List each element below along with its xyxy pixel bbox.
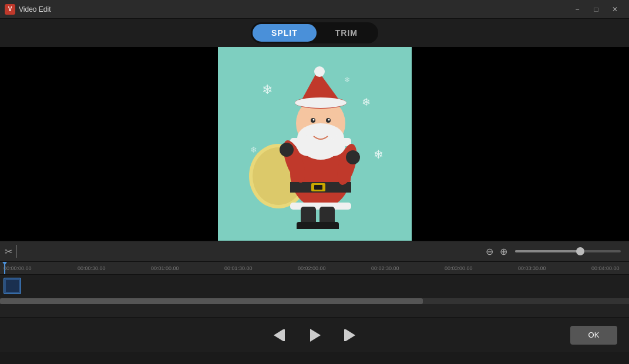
track-area <box>0 275 629 298</box>
svg-rect-40 <box>315 222 339 229</box>
ok-button[interactable]: OK <box>570 326 617 345</box>
scrollbar-track[interactable] <box>0 298 629 304</box>
svg-point-33 <box>280 143 294 157</box>
next-frame-button[interactable] <box>339 325 361 346</box>
svg-point-34 <box>346 150 360 164</box>
zoom-slider-thumb[interactable] <box>576 247 584 255</box>
track-clip[interactable] <box>4 278 21 294</box>
svg-point-22 <box>312 119 314 121</box>
svg-point-23 <box>328 119 329 121</box>
time-label-6: 00:03:00.00 <box>445 265 473 271</box>
next-frame-icon <box>344 329 355 341</box>
timeline-toolbar: ✂ ⊖ ⊕ <box>0 241 629 262</box>
time-label-3: 00:01:30.00 <box>224 265 253 271</box>
title-text: Video Edit <box>19 5 51 14</box>
play-button[interactable] <box>304 325 325 346</box>
controls-bar: OK <box>0 317 629 352</box>
video-frame: ❄ ❄ ❄ ❄ ❄ <box>218 47 412 241</box>
svg-text:❄: ❄ <box>344 76 350 84</box>
timeline-area: ✂ ⊖ ⊕ 00:00:00.00 00:00:30.00 00:01:00.0… <box>0 241 629 317</box>
zoom-slider-track[interactable] <box>515 250 621 252</box>
svg-point-30 <box>319 129 336 137</box>
prev-frame-button[interactable] <box>269 325 290 346</box>
svg-text:❄: ❄ <box>362 96 371 108</box>
svg-text:❄: ❄ <box>250 145 257 154</box>
play-icon <box>310 329 321 342</box>
svg-text:❄: ❄ <box>262 82 273 97</box>
app-icon: V <box>5 4 15 15</box>
timeline-cursor <box>16 245 17 258</box>
trim-tab[interactable]: TRIM <box>317 24 376 42</box>
time-label-2: 00:01:00.00 <box>151 265 179 271</box>
track-clip-inner <box>6 280 19 292</box>
split-tab[interactable]: SPLIT <box>253 24 317 42</box>
svg-point-19 <box>314 66 325 77</box>
tab-container: SPLIT TRIM <box>251 22 378 43</box>
maximize-button[interactable]: □ <box>587 3 606 16</box>
time-label-8: 00:04:00.00 <box>591 265 620 271</box>
scrollbar-thumb[interactable] <box>0 298 423 304</box>
svg-rect-12 <box>314 185 322 190</box>
svg-point-29 <box>305 129 322 137</box>
time-label-5: 00:02:30.00 <box>371 265 399 271</box>
minimize-button[interactable]: − <box>568 3 587 16</box>
zoom-out-button[interactable]: ⊖ <box>483 245 495 257</box>
zoom-in-button[interactable]: ⊕ <box>497 245 509 257</box>
title-bar: V Video Edit − □ ✕ <box>0 0 629 19</box>
tab-bar: SPLIT TRIM <box>0 19 629 47</box>
time-label-0: 00:00:00.00 <box>4 265 32 271</box>
time-label-4: 00:02:00.00 <box>298 265 326 271</box>
zoom-slider-fill <box>515 250 580 252</box>
time-label-7: 00:03:30.00 <box>518 265 546 271</box>
santa-illustration: ❄ ❄ ❄ ❄ ❄ <box>227 59 403 229</box>
santa-container: ❄ ❄ ❄ ❄ ❄ <box>218 47 412 241</box>
title-left: V Video Edit <box>5 4 51 15</box>
svg-point-18 <box>295 97 347 108</box>
svg-text:❄: ❄ <box>374 148 384 161</box>
title-controls: − □ ✕ <box>568 3 624 16</box>
time-label-1: 00:00:30.00 <box>78 265 106 271</box>
timescale: 00:00:00.00 00:00:30.00 00:01:00.00 00:0… <box>0 262 629 275</box>
zoom-controls: ⊖ ⊕ <box>483 245 624 257</box>
close-button[interactable]: ✕ <box>606 3 624 16</box>
prev-frame-icon <box>274 329 285 341</box>
scissors-icon: ✂ <box>5 246 12 257</box>
preview-area: ❄ ❄ ❄ ❄ ❄ <box>0 47 629 241</box>
